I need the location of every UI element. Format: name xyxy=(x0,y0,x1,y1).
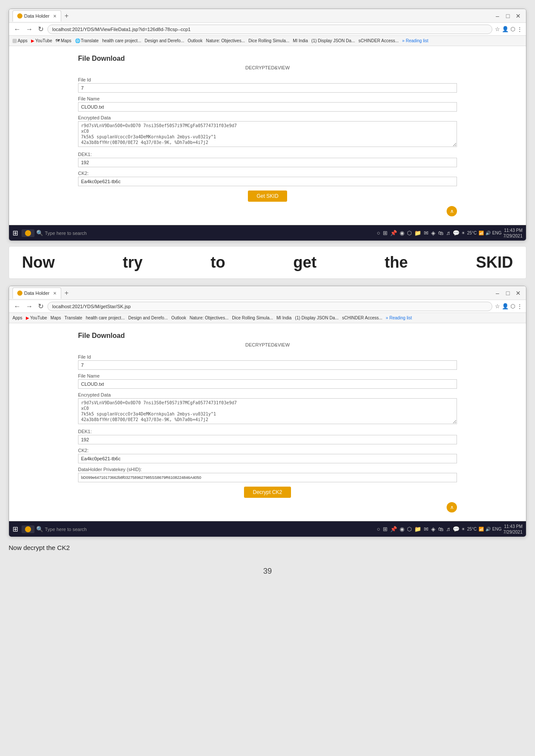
restore-btn-2[interactable]: □ xyxy=(504,289,512,297)
taskbar2-hex[interactable]: ⬡ xyxy=(407,526,412,532)
taskbar2-pin1[interactable]: 📌 xyxy=(390,526,397,532)
extension-icon-1[interactable]: ⬡ xyxy=(510,26,515,32)
menu-icon-1[interactable]: ⋮ xyxy=(517,26,522,32)
taskbar2-discord[interactable]: 💬 xyxy=(453,526,460,532)
taskbar-edge-icon[interactable]: ◈ xyxy=(431,230,435,236)
taskbar2-spotify[interactable]: ♬ xyxy=(446,526,451,532)
file-name-input-2[interactable] xyxy=(78,379,457,389)
bm2-dice[interactable]: Dice Rolling Simula... xyxy=(232,316,273,320)
dataholder-pk-label: DataHolder Privatekey (sHID): xyxy=(78,467,457,472)
start-btn-1[interactable]: ⊞ xyxy=(13,229,18,237)
taskbar2-store[interactable]: 🛍 xyxy=(438,526,444,532)
close-btn-2[interactable]: ✕ xyxy=(514,289,522,297)
reload-btn-1[interactable]: ↻ xyxy=(37,25,45,33)
bookmark-maps[interactable]: 🗺 Maps xyxy=(56,38,71,43)
taskbar-discord-icon[interactable]: 💬 xyxy=(453,230,460,236)
bookmark-schinder[interactable]: sCHINDER Access... xyxy=(358,38,398,43)
bookmark-mlindia[interactable]: Ml India xyxy=(293,38,308,43)
bm2-json[interactable]: (1) Display JSON Da... xyxy=(295,316,338,320)
bookmark-json[interactable]: (1) Display JSON Da... xyxy=(311,38,355,43)
taskbar-chrome-icon[interactable]: ◉ xyxy=(400,230,404,236)
scroll-top-btn-1[interactable]: ∧ xyxy=(447,206,457,216)
taskbar-search-2[interactable]: 🔍 Type here to search xyxy=(36,526,87,532)
file-id-input-1[interactable] xyxy=(78,83,457,93)
close-btn-1[interactable]: ✕ xyxy=(514,12,522,20)
taskbar2-mail[interactable]: ✉ xyxy=(424,526,429,532)
file-id-input-2[interactable] xyxy=(78,360,457,370)
forward-btn-2[interactable]: → xyxy=(25,303,34,310)
taskbar2-edge[interactable]: ◈ xyxy=(431,526,435,532)
bm2-maps[interactable]: Maps xyxy=(50,316,61,320)
taskbar-cortana-icon[interactable]: ○ xyxy=(377,230,380,236)
bm2-reading[interactable]: » Reading list xyxy=(386,316,412,320)
bookmark-apps[interactable]: Apps xyxy=(13,38,28,43)
dek1-input-2[interactable] xyxy=(78,435,457,444)
dek1-input-1[interactable] xyxy=(78,158,457,167)
taskbar-store-icon[interactable]: 🛍 xyxy=(438,230,444,236)
bm2-outlook[interactable]: Outlook xyxy=(171,316,186,320)
taskbar-spotify-icon[interactable]: ♬ xyxy=(446,230,451,236)
bookmark-translate[interactable]: 🌐 Translate xyxy=(75,38,99,43)
taskbar-taskview-icon[interactable]: ⊞ xyxy=(383,230,388,236)
browser-tab-1[interactable]: Data Holder ✕ xyxy=(13,10,61,22)
extension-icon-2[interactable]: ⬡ xyxy=(510,303,515,309)
taskbar-pin1-icon[interactable]: 📌 xyxy=(390,230,397,236)
bm2-schinder[interactable]: sCHINDER Access... xyxy=(342,316,382,320)
profile-icon-2[interactable]: 👤 xyxy=(502,303,509,309)
minimize-btn-1[interactable]: – xyxy=(493,12,502,20)
bm2-nature[interactable]: Nature: Objectives... xyxy=(190,316,229,320)
bookmark-reading[interactable]: » Reading list xyxy=(402,38,429,43)
bm2-apps[interactable]: Apps xyxy=(13,316,22,320)
profile-icon-1[interactable]: 👤 xyxy=(502,26,509,32)
bookmark-dice[interactable]: Dice Rolling Simula... xyxy=(248,38,289,43)
tab-favicon-2 xyxy=(17,291,22,296)
bm2-translate[interactable]: Translate xyxy=(65,316,82,320)
encrypted-data-textarea-1[interactable]: r9d7sVLnV9Dan5O0+Ox0D70 7nsi3S0ef50S7i97… xyxy=(78,121,457,147)
bm2-healthcare[interactable]: health care project... xyxy=(86,316,125,320)
new-tab-btn-1[interactable]: + xyxy=(63,12,70,20)
start-btn-2[interactable]: ⊞ xyxy=(13,525,18,533)
taskbar2-cortana[interactable]: ○ xyxy=(377,526,380,532)
scroll-top-btn-2[interactable]: ∧ xyxy=(447,502,457,512)
bookmark-healthcare[interactable]: health care project... xyxy=(102,38,141,43)
taskbar2-file[interactable]: 📁 xyxy=(414,526,421,532)
decrypt-ck2-btn[interactable]: Decrypt CK2 xyxy=(244,487,291,498)
taskbar-pin2-icon[interactable]: ⬡ xyxy=(407,230,412,236)
bookmark-nature[interactable]: Nature: Objectives... xyxy=(206,38,245,43)
back-btn-1[interactable]: ← xyxy=(13,25,22,33)
address-input-2[interactable] xyxy=(47,302,492,311)
restore-btn-1[interactable]: □ xyxy=(504,12,512,20)
reload-btn-2[interactable]: ↻ xyxy=(37,302,45,310)
address-input-1[interactable] xyxy=(47,25,492,34)
encrypted-data-textarea-2[interactable]: r9d7sVLnV9Dan5O0+Ox0D70 7nsi3S0ef50S7i97… xyxy=(78,398,457,424)
taskbar-file-icon[interactable]: 📁 xyxy=(414,230,421,236)
bookmark-youtube[interactable]: ▶ YouTube xyxy=(31,38,52,43)
page-subtitle-2: DECRYPTED&VIEW xyxy=(78,342,457,347)
bm2-mlindia[interactable]: Ml India xyxy=(276,316,291,320)
new-tab-btn-2[interactable]: + xyxy=(63,289,70,297)
taskbar2-chrome[interactable]: ◉ xyxy=(400,526,404,532)
bookmark-design[interactable]: Design and Derefo... xyxy=(144,38,184,43)
bm2-youtube[interactable]: ▶ YouTube xyxy=(26,316,47,320)
back-btn-2[interactable]: ← xyxy=(13,303,22,310)
taskbar-app-2[interactable] xyxy=(22,525,34,533)
forward-btn-1[interactable]: → xyxy=(25,25,34,33)
taskbar-search-1[interactable]: 🔍 Type here to search xyxy=(36,230,87,236)
bookmark-outlook[interactable]: Outlook xyxy=(188,38,202,43)
taskbar2-taskview[interactable]: ⊞ xyxy=(383,526,388,532)
bookmark-star-2[interactable]: ☆ xyxy=(495,303,500,309)
ck2-input-2[interactable] xyxy=(78,454,457,463)
minimize-btn-2[interactable]: – xyxy=(493,289,502,297)
ck2-input-1[interactable] xyxy=(78,177,457,186)
bm2-design[interactable]: Design and Derefo... xyxy=(128,316,168,320)
file-name-input-1[interactable] xyxy=(78,102,457,112)
tab-close-1[interactable]: ✕ xyxy=(53,14,56,19)
taskbar-mail-icon[interactable]: ✉ xyxy=(424,230,429,236)
browser-tab-2[interactable]: Data Holder ✕ xyxy=(13,287,61,299)
taskbar-app-1[interactable] xyxy=(22,229,34,237)
get-skid-btn[interactable]: Get SKID xyxy=(248,191,287,202)
dataholder-pk-input[interactable] xyxy=(78,473,457,482)
tab-close-2[interactable]: ✕ xyxy=(53,291,56,296)
bookmark-star-1[interactable]: ☆ xyxy=(495,26,500,32)
menu-icon-2[interactable]: ⋮ xyxy=(517,303,522,309)
